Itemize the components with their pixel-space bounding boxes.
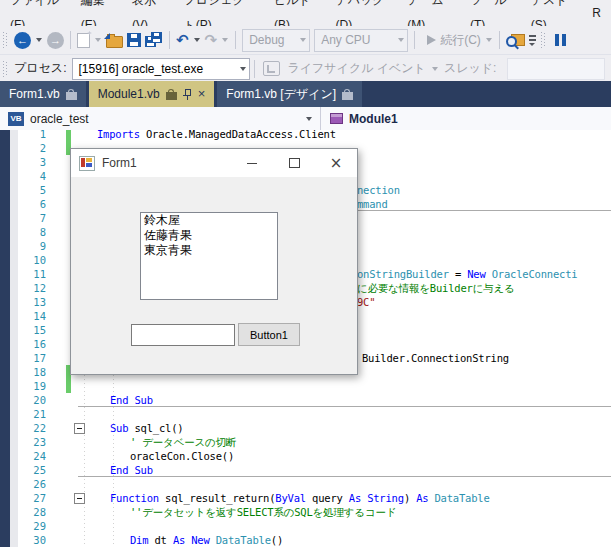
toolbar-overflow-button[interactable] [529, 35, 536, 46]
toolbar-grip[interactable] [3, 32, 8, 48]
save-button[interactable] [125, 28, 143, 52]
chevron-down-icon [300, 38, 306, 42]
continue-dropdown-caret[interactable] [486, 38, 492, 42]
lifecycle-dropdown-caret[interactable] [432, 67, 438, 71]
thread-combo[interactable] [507, 58, 605, 80]
navigate-back-button[interactable]: ← [12, 28, 33, 52]
break-all-button[interactable] [550, 28, 571, 52]
form1-app-window[interactable]: Form1 × 鈴木屋佐藤青果東京青果 Button1 [70, 148, 358, 375]
redo-icon: ↷ [205, 33, 218, 48]
lifecycle-events-icon[interactable] [263, 61, 280, 76]
redo-button[interactable]: ↷ [203, 28, 220, 52]
solution-platform-value: Any CPU [315, 33, 395, 47]
attach-to-process-button[interactable] [504, 28, 527, 52]
code-line: Imports Oracle.ManagedDataAccess.Client [97, 130, 336, 141]
solution-configuration-combo[interactable]: Debug [242, 29, 310, 52]
pin-icon[interactable] [183, 89, 192, 100]
undo-dropdown-caret[interactable] [194, 38, 200, 42]
code-line: Dim dt As New DataTable() [130, 533, 283, 547]
save-all-icon [145, 32, 163, 48]
list-item[interactable]: 鈴木屋 [141, 213, 277, 228]
lifecycle-events-label[interactable]: ライフサイクル イベント [287, 60, 425, 77]
list-item[interactable]: 佐藤青果 [141, 228, 277, 243]
close-button[interactable]: × [315, 150, 357, 177]
lock-icon [166, 92, 177, 100]
list-item[interactable]: 東京青果 [141, 243, 277, 258]
redo-dropdown-caret[interactable] [222, 38, 228, 42]
tab-label: Module1.vb [98, 87, 160, 101]
continue-label: 続行(C) [440, 32, 481, 49]
tab-form1-vb-design[interactable]: Form1.vb [デザイン] [217, 81, 362, 107]
toolbar-grip[interactable] [541, 32, 546, 48]
open-file-button[interactable] [104, 28, 125, 52]
line-number: 4 [16, 169, 46, 183]
chevron-down-icon [240, 67, 246, 71]
line-number: 1 [16, 130, 46, 141]
line-number: 16 [16, 337, 46, 351]
line-number: 6 [16, 197, 46, 211]
code-token: ByVal [275, 492, 306, 504]
line-number: 21 [16, 407, 46, 421]
line-number: 8 [16, 225, 46, 239]
forward-arrow-icon: → [47, 32, 64, 49]
member-combo-value[interactable]: Module1 [349, 112, 398, 126]
code-token: mmand [357, 198, 388, 210]
code-line: End Sub [110, 463, 153, 477]
form1-title-bar[interactable]: Form1 × [71, 149, 357, 177]
menu-bar: ファイル(F)編集(E)表示(V)プロジェクト(P)ビルド(B)デバッグ(D)チ… [0, 0, 611, 27]
listbox[interactable]: 鈴木屋佐藤青果東京青果 [140, 212, 278, 300]
line-number: 10 [16, 253, 46, 267]
chevron-down-icon [306, 117, 312, 121]
debug-location-toolbar: プロセス: [15916] oracle_test.exe ライフサイクル イベ… [0, 54, 611, 82]
textbox[interactable] [131, 324, 235, 346]
save-all-button[interactable] [143, 28, 165, 52]
solution-platform-combo[interactable]: Any CPU [314, 29, 408, 52]
line-number: 18 [16, 365, 46, 379]
procedure-separator [78, 406, 611, 407]
code-token: Function [110, 492, 159, 504]
line-number: 2 [16, 141, 46, 155]
project-scope-combo[interactable]: VB oracle_test [0, 112, 320, 126]
line-number: 7 [16, 211, 46, 225]
pause-icon [555, 34, 566, 46]
line-number: 13 [16, 295, 46, 309]
line-number: 29 [16, 519, 46, 533]
code-token: sql_cl() [128, 422, 183, 434]
navigate-forward-button[interactable]: → [45, 28, 66, 52]
tab-module1-vb[interactable]: Module1.vb × [89, 81, 215, 107]
code-token: End Sub [110, 394, 153, 406]
minimize-button[interactable] [231, 150, 273, 177]
code-token: Builder.ConnectionString [362, 352, 509, 364]
code-token: ) [404, 492, 416, 504]
code-line: oracleCon.Close() [130, 449, 234, 463]
collapse-region-button[interactable] [74, 423, 85, 434]
code-token: oracleCon.Close() [130, 450, 234, 462]
back-dropdown-caret[interactable] [36, 38, 42, 42]
code-token: OracleConnecti [492, 268, 578, 280]
standard-toolbar: ← → ↶ ↷ Debug Any CPU 続行(C) [0, 26, 611, 54]
collapse-region-button[interactable] [74, 493, 85, 504]
toolbar-separator [169, 31, 170, 49]
close-icon[interactable]: × [198, 87, 206, 100]
continue-button[interactable]: 続行(C) [419, 28, 483, 52]
menu-item[interactable]: R [582, 1, 611, 26]
line-number: 22 [16, 421, 46, 435]
process-combo[interactable]: [15916] oracle_test.exe [72, 58, 250, 80]
line-number: 26 [16, 477, 46, 491]
line-number: 19 [16, 379, 46, 393]
line-number: 11 [16, 267, 46, 281]
code-line: Function sql_result_return(ByVal query A… [110, 491, 490, 505]
toolbar-grip[interactable] [3, 61, 8, 77]
play-icon [427, 35, 436, 45]
code-line: End Sub [110, 393, 153, 407]
tab-form1-vb[interactable]: Form1.vb [0, 81, 86, 107]
procedure-separator [78, 476, 611, 477]
new-file-button[interactable] [75, 28, 92, 52]
button1[interactable]: Button1 [238, 323, 300, 346]
line-number: 30 [16, 533, 46, 547]
new-file-dropdown-caret[interactable] [95, 38, 101, 42]
maximize-button[interactable] [273, 150, 315, 177]
undo-button[interactable]: ↶ [174, 28, 191, 52]
back-arrow-icon: ← [14, 32, 31, 49]
code-token: ' データベースの切断 [130, 436, 236, 448]
